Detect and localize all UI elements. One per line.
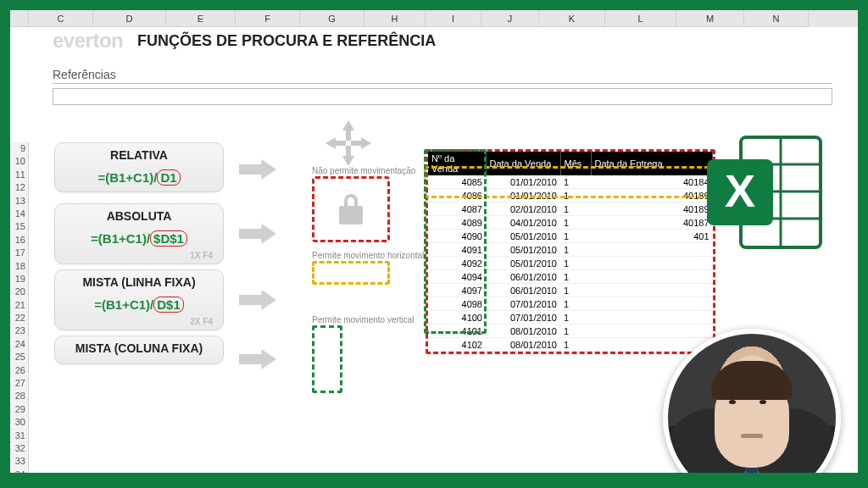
- table-header[interactable]: Mês: [560, 152, 591, 175]
- formula-ref: D1: [157, 169, 180, 186]
- card-absoluta: ABSOLUTA =(B1+C1)/$D$1 1X F4: [54, 203, 224, 264]
- svg-marker-0: [342, 120, 354, 141]
- arrow-icon: [239, 349, 276, 369]
- card-title: ABSOLUTA: [60, 209, 218, 223]
- card-mista-coluna: MISTA (COLUNA FIXA): [54, 336, 224, 364]
- svg-marker-2: [326, 137, 346, 149]
- svg-marker-3: [351, 137, 371, 149]
- formula-prefix: =(B1+C1)/: [91, 231, 150, 246]
- table-header[interactable]: Data da Entrega: [591, 152, 713, 175]
- table-header[interactable]: Nº da Venda: [428, 152, 486, 175]
- table-row[interactable]: 409406/01/20101: [428, 270, 713, 284]
- section-heading: Referências: [53, 68, 832, 84]
- arrow-icon: [239, 159, 276, 180]
- table-row[interactable]: 410208/01/201014: [428, 338, 713, 352]
- row-headers: 9101112131415161718192021222324252627282…: [10, 142, 29, 488]
- lock-icon: [334, 191, 368, 228]
- column-headers: CDEFGHIJKLMN: [10, 10, 858, 27]
- arrow-icon: [239, 290, 276, 310]
- table-row[interactable]: 409807/01/20101: [428, 297, 713, 311]
- card-formula: =(B1+C1)/$D$1: [60, 228, 218, 249]
- excel-logo-icon: X: [702, 129, 829, 256]
- table-row[interactable]: 408904/01/2010140187: [428, 216, 713, 230]
- formula-prefix: =(B1+C1)/: [94, 297, 153, 312]
- table-row[interactable]: 409205/01/20101: [428, 257, 713, 270]
- card-title: MISTA (COLUNA FIXA): [60, 341, 218, 355]
- table-row[interactable]: 408601/01/2010140186: [428, 189, 713, 202]
- data-table-wrap: Nº da VendaData da VendaMêsData da Entre…: [426, 149, 715, 354]
- move-all-directions-icon: [326, 120, 371, 166]
- table-row[interactable]: 409105/01/20101: [428, 243, 713, 257]
- card-mista-linha: MISTA (LINHA FIXA) =(B1+C1)/D$1 2X F4: [54, 269, 224, 330]
- card-title: RELATIVA: [60, 148, 218, 162]
- brand-logo-text: everton: [53, 29, 123, 53]
- formula-prefix: =(B1+C1)/: [97, 170, 157, 185]
- horizontal-move-box: [312, 261, 390, 285]
- data-table[interactable]: Nº da VendaData da VendaMêsData da Entre…: [428, 152, 713, 352]
- arrow-icon: [239, 224, 276, 244]
- table-row[interactable]: 409706/01/20101: [428, 284, 713, 297]
- table-row[interactable]: 408702/01/2010140189: [428, 202, 713, 216]
- table-row[interactable]: 410108/01/20101: [428, 324, 713, 338]
- section-underline-input[interactable]: [53, 88, 832, 105]
- lock-box: [312, 176, 390, 242]
- presenter-avatar: [663, 329, 841, 488]
- page-title: FUNÇÕES DE PROCURA E REFERÊNCIA: [137, 32, 436, 50]
- table-row[interactable]: 410007/01/20101: [428, 311, 713, 324]
- svg-text:X: X: [725, 165, 755, 216]
- vertical-move-box: [312, 325, 342, 393]
- svg-rect-4: [339, 206, 363, 225]
- table-row[interactable]: 408501/01/2010140184: [428, 175, 713, 189]
- svg-marker-1: [342, 146, 354, 166]
- card-hint: 2X F4: [60, 315, 218, 326]
- card-formula: =(B1+C1)/D$1: [60, 294, 218, 315]
- card-relativa: RELATIVA =(B1+C1)/D1: [54, 142, 224, 192]
- table-header[interactable]: Data da Venda: [486, 152, 560, 175]
- card-formula: =(B1+C1)/D1: [60, 167, 218, 188]
- table-row[interactable]: 409005/01/20101401: [428, 230, 713, 243]
- caption-horizontal: Permite movimento horizontal: [312, 251, 424, 260]
- formula-ref: D$1: [153, 297, 184, 313]
- formula-ref: $D$1: [150, 230, 187, 247]
- card-title: MISTA (LINHA FIXA): [60, 275, 218, 289]
- caption-no-move: Não permite movimentação: [312, 166, 415, 175]
- card-hint: 1X F4: [60, 249, 218, 260]
- caption-vertical: Permite movimento vertical: [312, 315, 415, 324]
